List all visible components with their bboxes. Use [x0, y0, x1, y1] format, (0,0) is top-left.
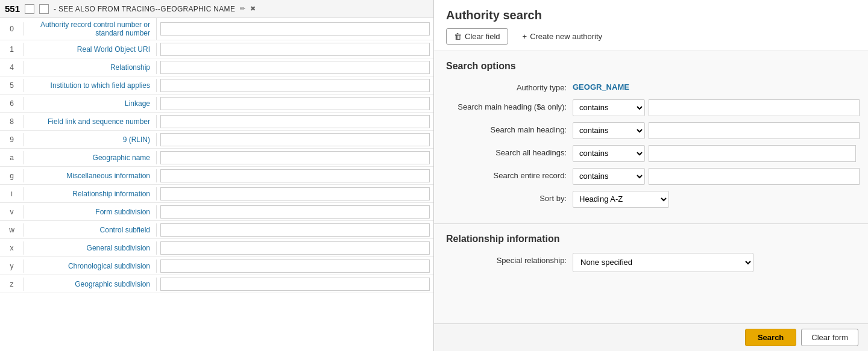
subfield-name: Geographic subdivision	[24, 278, 157, 291]
subfield-name: Form subdivision	[24, 205, 157, 219]
table-row: y Chronological subdivision	[0, 257, 433, 275]
right-panel: Authority search 🗑 Clear field + Create …	[434, 0, 868, 351]
subfield-indicator: 8	[0, 115, 24, 128]
subfield-indicator: z	[0, 278, 24, 291]
table-row: 0 Authority record control number or sta…	[0, 18, 433, 40]
edit-icon[interactable]: ✏	[240, 5, 245, 13]
search-main-heading-input[interactable]	[649, 122, 860, 139]
clear-field-button[interactable]: 🗑 Clear field	[446, 28, 508, 45]
clear-form-button[interactable]: Clear form	[801, 329, 858, 346]
subfield-indicator: w	[0, 223, 24, 237]
search-main-heading-only-label: Search main heading ($a only):	[446, 99, 567, 113]
authority-type-value: GEOGR_NAME	[573, 80, 629, 92]
subfield-input[interactable]	[160, 259, 430, 273]
table-row: 9 9 (RLIN)	[0, 131, 433, 149]
search-options-title: Search options	[446, 61, 856, 72]
search-main-heading-row: Search main heading: containsstarts with…	[446, 122, 856, 139]
subfield-input[interactable]	[160, 151, 430, 164]
subfield-indicator: 1	[0, 43, 24, 56]
table-row: 6 Linkage	[0, 95, 433, 113]
sort-by-controls: Heading A-ZHeading Z-ADate ascendingDate…	[573, 191, 856, 208]
field-label-header: - SEE ALSO FROM TRACING--GEOGRAPHIC NAME	[54, 5, 235, 13]
subfield-input[interactable]	[160, 97, 430, 110]
sort-by-select[interactable]: Heading A-ZHeading Z-ADate ascendingDate…	[573, 191, 669, 208]
create-new-authority-button[interactable]: + Create new authority	[515, 29, 610, 44]
search-main-heading-only-select[interactable]: containsstarts withexact	[573, 99, 645, 116]
subfield-indicator: 9	[0, 133, 24, 146]
search-all-headings-select[interactable]: containsstarts withexact	[573, 145, 645, 162]
subfield-name: 9 (RLIN)	[24, 133, 157, 146]
search-entire-record-label: Search entire record:	[446, 168, 567, 181]
subfield-input[interactable]	[160, 133, 430, 146]
subfield-input[interactable]	[160, 169, 430, 182]
subfield-input[interactable]	[160, 187, 430, 200]
bottom-bar: Search Clear form	[434, 323, 868, 351]
subfield-input[interactable]	[160, 241, 430, 255]
table-row: 8 Field link and sequence number	[0, 113, 433, 131]
search-main-heading-controls: containsstarts withexact	[573, 122, 860, 139]
subfield-indicator: 5	[0, 79, 24, 92]
subfield-input[interactable]	[160, 205, 430, 219]
subfield-input[interactable]	[160, 278, 430, 291]
subfield-name: Relationship	[24, 61, 157, 74]
special-relationship-controls: None specifiedEarlier headingLater headi…	[573, 253, 856, 272]
trash-icon: 🗑	[454, 32, 462, 41]
left-panel: 551 - SEE ALSO FROM TRACING--GEOGRAPHIC …	[0, 0, 434, 351]
search-all-headings-label: Search all headings:	[446, 145, 567, 158]
sort-by-row: Sort by: Heading A-ZHeading Z-ADate asce…	[446, 191, 856, 208]
sort-by-label: Sort by:	[446, 191, 567, 204]
search-entire-record-row: Search entire record: containsstarts wit…	[446, 168, 856, 185]
search-main-heading-label: Search main heading:	[446, 122, 567, 135]
subfields-container: 0 Authority record control number or sta…	[0, 18, 433, 293]
table-row: a Geographic name	[0, 149, 433, 167]
subfield-indicator: y	[0, 259, 24, 273]
special-relationship-select[interactable]: None specifiedEarlier headingLater headi…	[573, 253, 753, 272]
authority-type-label: Authority type:	[446, 80, 567, 93]
table-row: i Relationship information	[0, 185, 433, 203]
delete-icon[interactable]: ✖	[250, 5, 256, 13]
plus-icon: +	[523, 32, 527, 41]
search-main-heading-only-input[interactable]	[649, 99, 860, 116]
subfield-name: Field link and sequence number	[24, 115, 157, 128]
subfield-input[interactable]	[160, 223, 430, 237]
special-relationship-label: Special relationship:	[446, 253, 567, 266]
search-all-headings-input[interactable]	[649, 145, 856, 162]
search-all-headings-controls: containsstarts withexact	[573, 145, 856, 162]
authority-type-controls: GEOGR_NAME	[573, 80, 856, 92]
search-button[interactable]: Search	[745, 329, 796, 346]
subfield-indicator: a	[0, 151, 24, 164]
table-row: 4 Relationship	[0, 58, 433, 76]
subfield-indicator: 4	[0, 61, 24, 74]
subfield-name: Chronological subdivision	[24, 259, 157, 273]
subfield-name: Real World Object URI	[24, 43, 157, 56]
subfield-name: Relationship information	[24, 187, 157, 200]
subfield-input[interactable]	[160, 115, 430, 128]
relationship-section-title: Relationship information	[446, 234, 856, 244]
subfield-input[interactable]	[160, 61, 430, 74]
table-row: z Geographic subdivision	[0, 275, 433, 293]
special-relationship-row: Special relationship: None specifiedEarl…	[446, 253, 856, 272]
relationship-section: Relationship information Special relatio…	[434, 224, 868, 288]
header-actions: 🗑 Clear field + Create new authority	[446, 28, 856, 45]
subfield-input[interactable]	[160, 43, 430, 56]
search-main-heading-select[interactable]: containsstarts withexact	[573, 122, 645, 139]
subfield-name: Authority record control number or stand…	[24, 18, 157, 40]
subfield-name: General subdivision	[24, 241, 157, 255]
subfield-indicator: i	[0, 187, 24, 200]
subfield-input[interactable]	[160, 22, 430, 36]
subfield-name: Miscellaneous information	[24, 169, 157, 182]
subfield-name: Control subfield	[24, 223, 157, 237]
search-main-heading-only-row: Search main heading ($a only): containss…	[446, 99, 856, 116]
field-header: 551 - SEE ALSO FROM TRACING--GEOGRAPHIC …	[0, 0, 433, 18]
search-entire-record-select[interactable]: containsstarts withexact	[573, 168, 645, 185]
field-checkbox-2[interactable]	[39, 4, 49, 14]
field-number: 551	[5, 4, 20, 14]
field-checkbox-1[interactable]	[25, 4, 34, 14]
subfield-indicator: x	[0, 241, 24, 255]
subfield-input[interactable]	[160, 79, 430, 92]
search-main-heading-only-controls: containsstarts withexact	[573, 99, 860, 116]
search-entire-record-input[interactable]	[649, 168, 860, 185]
search-entire-record-controls: containsstarts withexact	[573, 168, 860, 185]
search-options-section: Search options Authority type: GEOGR_NAM…	[434, 51, 868, 224]
subfield-name: Linkage	[24, 97, 157, 110]
